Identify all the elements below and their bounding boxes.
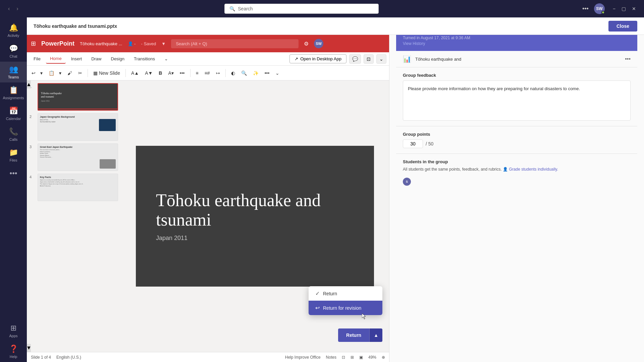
slide-image[interactable]: Key Facts Japan is a country surrounded … — [38, 174, 118, 201]
title-bar-right: ••• SW − ▢ ✕ — [582, 3, 639, 14]
close-button[interactable]: Close — [608, 21, 637, 32]
language-info: English (U.S.) — [56, 355, 81, 360]
menu-design[interactable]: Design — [107, 54, 128, 63]
slide-number: 4 — [30, 175, 35, 179]
menu-more[interactable]: ⌄ — [160, 54, 172, 63]
sidebar-item-teams[interactable]: 👥 Teams — [0, 62, 27, 82]
scissors[interactable]: ✂ — [76, 69, 84, 77]
slide-thumb-4[interactable]: 4 Key Facts Japan is a country surrounde… — [30, 174, 118, 201]
view-history-link[interactable]: View History — [403, 41, 425, 46]
numbered-list[interactable]: ≡# — [203, 69, 212, 77]
slide-number: 2 — [30, 115, 35, 119]
sidebar-item-calendar[interactable]: 📅 Calendar — [0, 103, 27, 124]
slide-thumb-3[interactable]: 3 Great East Japan Earthquake The moveme… — [30, 143, 118, 171]
divider — [190, 69, 191, 77]
format-painter[interactable]: 🖌 — [65, 69, 74, 77]
open-desktop-button[interactable]: ↗ Open in Desktop App — [289, 54, 346, 63]
bold-button[interactable]: B — [157, 69, 164, 77]
scroll-down-button[interactable]: ▼ — [27, 344, 31, 352]
return-main-button[interactable]: Return — [338, 328, 369, 342]
slide-thumb-1[interactable]: 1 Tōhoku earthquakeand tsunami Japan 201… — [30, 83, 118, 111]
rp-submitted: Turned in August 17, 2021 at 9:36 AM — [403, 36, 631, 40]
toolbar: ↩ ▾ 📋 ▾ 🖌 ✂ ▦ New Slide A▲ A▼ B A▾ ••• ≡… — [27, 66, 389, 80]
minimize-button[interactable]: − — [610, 5, 618, 13]
ppt-user-avatar[interactable]: SW — [314, 39, 323, 48]
grade-individually-link[interactable]: Grade students individually. — [509, 167, 558, 172]
paste-button[interactable]: 📋 — [47, 69, 56, 77]
font-size-increase[interactable]: A▲ — [129, 69, 141, 77]
view-grid[interactable]: ⊞ — [351, 355, 354, 360]
more-text[interactable]: ••• — [178, 69, 187, 77]
present-button[interactable]: ⊡ — [364, 54, 374, 64]
find[interactable]: 🔍 — [239, 69, 249, 77]
sidebar-item-more[interactable]: ••• — [0, 166, 27, 181]
zoom-fit[interactable]: ⊕ — [382, 355, 385, 360]
sidebar-item-label: Files — [9, 158, 17, 162]
new-slide-button[interactable]: ▦ New Slide — [91, 69, 122, 77]
magic[interactable]: ✨ — [251, 69, 261, 77]
slide-content-preview: Key Facts Japan is a country surrounded … — [38, 174, 118, 201]
grid-icon[interactable]: ⊞ — [31, 40, 36, 47]
slide-image[interactable]: Tōhoku earthquakeand tsunami Japan 2011 — [38, 83, 118, 111]
font-size-decrease[interactable]: A▼ — [143, 69, 155, 77]
search-placeholder: Search — [238, 6, 253, 11]
slide-canvas[interactable]: Tōhoku earthquake and tsunami Japan 2011 — [136, 146, 374, 287]
sidebar-item-apps[interactable]: ⊞ Apps — [9, 320, 18, 341]
more-toolbar[interactable]: ••• — [263, 69, 272, 77]
more-options-icon[interactable]: ••• — [582, 5, 589, 12]
close-button[interactable]: ✕ — [629, 5, 639, 13]
shape-fill[interactable]: ◐ — [229, 69, 237, 77]
file-more-button[interactable]: ••• — [625, 56, 631, 62]
comment-button[interactable]: 💬 — [349, 54, 361, 64]
menu-transitions[interactable]: Transitions — [130, 54, 159, 63]
menu-home[interactable]: Home — [46, 54, 66, 64]
points-input[interactable] — [403, 139, 423, 148]
dropdown-item-label: Return — [323, 291, 337, 296]
sidebar-item-chat[interactable]: 💬 Chat — [0, 41, 27, 62]
rp-students-text: All students get the same points, feedba… — [403, 166, 631, 172]
dropdown-item-return-revision[interactable]: ↩ Return for revision — [309, 301, 382, 315]
undo-dropdown[interactable]: ▾ — [38, 69, 45, 77]
toolbar-expand[interactable]: ⌄ — [273, 69, 281, 77]
user-avatar[interactable]: SW — [594, 3, 605, 14]
person-icon: 👤 — [503, 167, 509, 172]
forward-button[interactable]: › — [14, 4, 21, 13]
search-bar[interactable]: 🔍 Search — [224, 4, 379, 14]
menu-insert[interactable]: Insert — [67, 54, 86, 63]
menu-expand[interactable]: ⌄ — [376, 54, 386, 64]
undo-button[interactable]: ↩ — [30, 69, 38, 77]
scroll-up-button[interactable]: ▲ — [27, 80, 31, 88]
slide-image[interactable]: Great East Japan Earthquake The movement… — [38, 143, 118, 171]
paste-dropdown[interactable]: ▾ — [57, 69, 63, 77]
sidebar-item-assignments[interactable]: 📋 Assignments — [0, 82, 27, 103]
ppt-avatar-initials: SW — [316, 42, 322, 46]
ppt-file-icon: 📊 — [403, 55, 411, 63]
menu-file[interactable]: File — [30, 54, 45, 63]
undo-group: ↩ ▾ — [30, 69, 45, 77]
view-normal[interactable]: ⊡ — [342, 355, 345, 360]
help-improve[interactable]: Help Improve Office — [285, 355, 321, 360]
rp-filename: Tōhoku earthquake and — [415, 57, 461, 62]
sidebar-item-help[interactable]: ❓ Help — [9, 341, 18, 362]
sidebar-item-files[interactable]: 📁 Files — [0, 145, 27, 166]
slide-thumb-2[interactable]: 2 Japan Geographic Background Sea of Fir… — [30, 113, 118, 141]
dropdown-item-return[interactable]: ✓ Return — [309, 286, 382, 301]
dropdown-arrow-icon[interactable]: ▼ — [161, 41, 166, 46]
slide-image[interactable]: Japan Geographic Background Sea of FireS… — [38, 113, 118, 141]
back-button[interactable]: ‹ — [5, 4, 12, 13]
view-present[interactable]: ▣ — [359, 355, 363, 360]
font-color[interactable]: A▾ — [166, 69, 175, 77]
sidebar-item-calls[interactable]: 📞 Calls — [0, 124, 27, 145]
rp-feedback-text[interactable]: Please provide more information on how t… — [403, 80, 631, 121]
slide-content-preview: Japan Geographic Background Sea of FireS… — [38, 114, 118, 140]
bullet-list[interactable]: ≡ — [194, 69, 201, 77]
indent[interactable]: ↦ — [214, 69, 222, 77]
settings-icon[interactable]: ⚙ — [304, 41, 309, 47]
sidebar-item-activity[interactable]: 🔔 Activity — [0, 20, 27, 41]
return-dropdown-button[interactable]: ▲ — [369, 328, 382, 342]
menu-draw[interactable]: Draw — [87, 54, 105, 63]
notes-button[interactable]: Notes — [326, 355, 336, 360]
maximize-button[interactable]: ▢ — [619, 5, 629, 13]
ppt-search-input[interactable] — [171, 39, 299, 48]
calls-icon: 📞 — [9, 127, 18, 136]
